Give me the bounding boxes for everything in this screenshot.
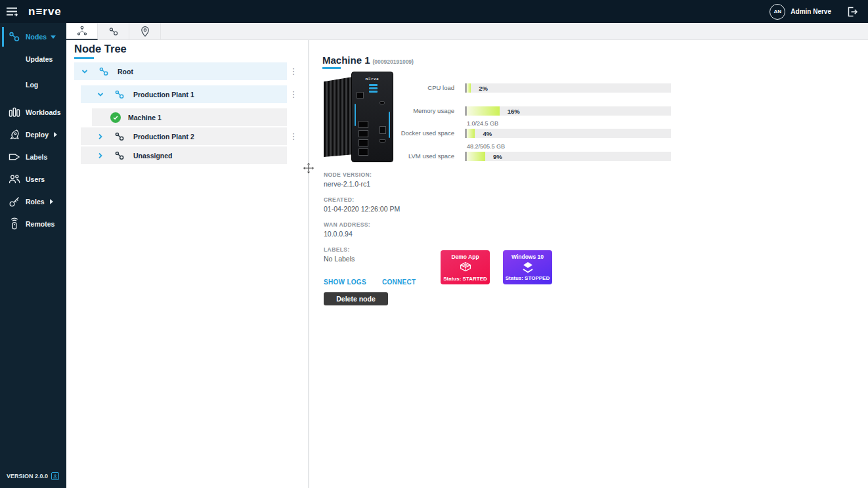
gauge-fill xyxy=(467,106,500,116)
chevron-right-icon[interactable] xyxy=(97,133,104,141)
docker-workload-icon xyxy=(441,260,490,276)
panel-title: Node Tree xyxy=(74,43,127,55)
chevron-right-icon[interactable] xyxy=(97,152,104,160)
online-check-icon xyxy=(110,112,121,123)
kebab-menu-icon[interactable]: ⋮ xyxy=(287,85,300,103)
title-underline xyxy=(74,57,94,59)
tab-node-map[interactable] xyxy=(129,23,161,40)
chevron-right-icon xyxy=(54,132,57,137)
gauge-value: 16% xyxy=(508,108,520,115)
node-icon xyxy=(114,89,125,100)
gauge-value: 4% xyxy=(483,130,492,137)
sidebar-item-label: Workloads xyxy=(26,108,60,116)
detail-wan-address: WAN ADDRESS: 10.0.0.94 xyxy=(324,221,442,238)
machine-title: Machine 1(000920191009) xyxy=(322,55,414,66)
gauge-label: Memory usage xyxy=(309,106,460,116)
workload-card-demo-app[interactable]: Demo App Status: STARTED xyxy=(441,250,490,284)
sidebar-item-label: Users xyxy=(26,175,45,183)
gauge-value: 2% xyxy=(479,85,488,92)
nodes-icon xyxy=(8,30,21,43)
chevron-down-icon[interactable] xyxy=(97,91,104,99)
kebab-menu-icon[interactable]: ⋮ xyxy=(287,62,300,80)
memory-usage-gauge: 16% xyxy=(465,106,671,116)
sidebar-item-label: Remotes xyxy=(26,220,54,228)
sidebar-item-users[interactable]: Users xyxy=(0,171,66,188)
tree-row-production-plant-1: Production Plant 1 ⋮ xyxy=(74,85,300,103)
tree-row-unassigned: Unassigned ⋮ xyxy=(74,146,300,164)
tree-node-label: Production Plant 2 xyxy=(133,133,194,141)
labels-tag-icon xyxy=(8,150,21,164)
tree-node-machine-1[interactable]: Machine 1 xyxy=(92,108,287,126)
move-handle-icon[interactable] xyxy=(303,162,315,174)
kebab-menu-icon[interactable]: ⋮ xyxy=(287,127,300,145)
avatar[interactable]: AN xyxy=(770,4,785,20)
sidebar-item-updates[interactable]: Updates xyxy=(0,51,66,68)
lvm-space-gauge: 9% xyxy=(465,152,671,161)
node-icon xyxy=(114,150,125,162)
tree-row-production-plant-2: Production Plant 2 ⋮ xyxy=(74,127,300,145)
tree-row-machine-1: Machine 1 ⋮ xyxy=(74,108,300,126)
sidebar-item-label: Nodes xyxy=(26,33,47,41)
sidebar-item-labels[interactable]: Labels xyxy=(0,148,66,166)
gauge-fill xyxy=(467,129,475,138)
workload-status: Status: STOPPED xyxy=(503,275,552,281)
node-map-icon xyxy=(139,26,151,37)
sidebar-item-deploy[interactable]: Deploy xyxy=(0,126,66,143)
tree-node-root[interactable]: Root xyxy=(74,62,287,80)
connect-link[interactable]: CONNECT xyxy=(382,278,416,286)
node-list-icon xyxy=(108,26,119,37)
sidebar-item-label: Roles xyxy=(26,198,45,206)
chevron-down-icon[interactable] xyxy=(81,68,89,76)
workload-status: Status: STARTED xyxy=(441,276,490,282)
tab-node-tree[interactable] xyxy=(66,23,98,40)
workloads-icon xyxy=(8,106,21,119)
user-name: Admin Nerve xyxy=(791,8,831,15)
top-bar: n≡rve AN Admin Nerve xyxy=(0,0,868,23)
sidebar-item-roles[interactable]: Roles xyxy=(0,193,66,210)
nerve-logo: n≡rve xyxy=(28,5,62,18)
node-icon xyxy=(114,131,125,143)
gauge-subtext: 48.2/505.5 GB xyxy=(467,143,505,150)
node-tree-panel: Node Tree Root ⋮ xyxy=(66,40,308,488)
menu-toggle-icon[interactable] xyxy=(6,7,19,17)
gauge-label: CPU load xyxy=(309,83,460,93)
download-icon[interactable] xyxy=(51,472,59,480)
sidebar-item-label: Updates xyxy=(26,55,53,63)
gauge-fill xyxy=(467,152,485,161)
chevron-right-icon xyxy=(50,199,53,204)
delete-node-button[interactable]: Delete node xyxy=(324,292,388,305)
workload-name: Demo App xyxy=(441,254,490,260)
sidebar-item-remotes[interactable]: Remotes xyxy=(0,215,66,233)
device-logo: n≡rve xyxy=(352,77,393,81)
logout-icon[interactable] xyxy=(846,5,859,18)
version-label: VERSION 2.0.0 xyxy=(7,472,59,480)
tree-node-label: Machine 1 xyxy=(128,114,162,122)
sidebar: Nodes Updates Log Workloads Deploy xyxy=(0,23,66,488)
show-logs-link[interactable]: SHOW LOGS xyxy=(324,278,366,286)
sidebar-item-nodes[interactable]: Nodes xyxy=(0,28,66,45)
sidebar-item-workloads[interactable]: Workloads xyxy=(0,104,66,121)
vm-workload-icon xyxy=(503,259,552,275)
view-tabs xyxy=(66,23,868,40)
tab-node-list[interactable] xyxy=(98,23,129,40)
tree-node-unassigned[interactable]: Unassigned xyxy=(81,146,287,164)
tree-node-production-plant-1[interactable]: Production Plant 1 xyxy=(81,85,287,103)
deploy-rocket-icon xyxy=(8,128,21,141)
detail-node-version: NODE VERSION: nerve-2.1.0-rc1 xyxy=(324,171,442,188)
sidebar-item-label: Deploy xyxy=(26,131,49,139)
gauge-fill xyxy=(467,83,471,93)
remotes-icon xyxy=(8,217,21,231)
roles-key-icon xyxy=(8,195,21,208)
nerve-management-app: n≡rve AN Admin Nerve Nodes Updates xyxy=(0,0,868,488)
active-indicator xyxy=(2,27,4,47)
tree-node-production-plant-2[interactable]: Production Plant 2 xyxy=(81,127,287,145)
sidebar-item-log[interactable]: Log xyxy=(0,76,66,93)
sidebar-item-label: Labels xyxy=(26,153,47,161)
chevron-down-icon xyxy=(51,35,56,39)
node-tree-icon xyxy=(76,25,88,37)
tree-node-label: Production Plant 1 xyxy=(133,91,194,99)
gauge-label: Docker used space xyxy=(309,129,460,138)
workload-card-windows-10[interactable]: Windows 10 Status: STOPPED xyxy=(503,250,552,284)
node-tree: Root ⋮ Production Plant 1 ⋮ xyxy=(74,62,300,164)
tree-node-label: Unassigned xyxy=(133,152,173,160)
